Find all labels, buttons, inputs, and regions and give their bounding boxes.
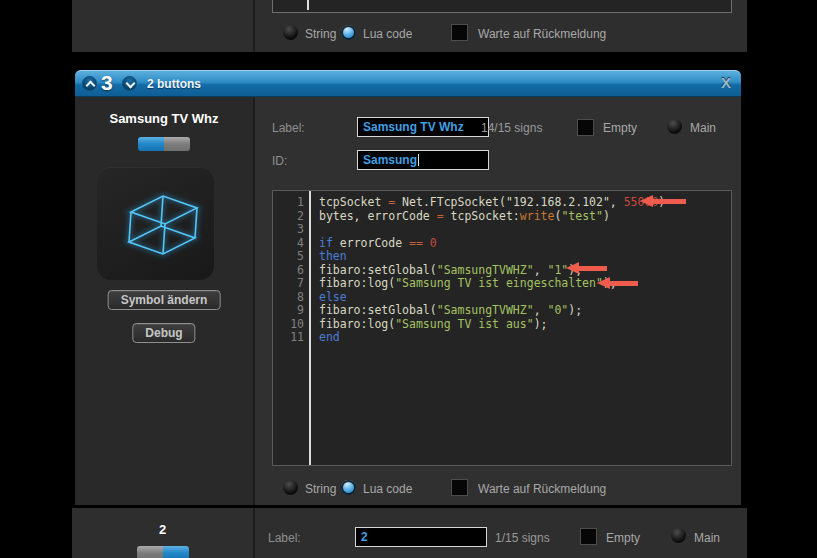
annotation-arrow-line1 xyxy=(640,195,686,208)
panel-title-bar: 3 2 buttons X xyxy=(75,70,741,97)
empty-checkbox[interactable] xyxy=(580,528,597,545)
wireframe-cube-icon xyxy=(97,167,214,280)
move-up-button[interactable] xyxy=(82,76,97,91)
empty-checkbox-label: Empty xyxy=(606,531,640,545)
label-char-counter: 1/15 signs xyxy=(495,531,550,545)
panel-title: 2 buttons xyxy=(147,77,201,91)
wait-feedback-checkbox[interactable] xyxy=(451,479,468,496)
bottom-button-strip: 2 Label: 2 1/15 signs Empty Main xyxy=(72,508,747,558)
label-input-value: 2 xyxy=(361,530,368,544)
label-char-counter: 14/15 signs xyxy=(481,121,542,135)
close-icon[interactable]: X xyxy=(721,74,731,91)
lua-code-radio-label: Lua code xyxy=(363,482,412,496)
id-field-label: ID: xyxy=(272,154,287,168)
panel-sidebar: Samsung TV Whz xyxy=(75,97,255,505)
toggle-segment-inactive[interactable] xyxy=(137,546,163,558)
annotation-arrow-line6 xyxy=(566,262,607,275)
label-input[interactable]: 2 xyxy=(355,527,487,547)
string-radio-label: String xyxy=(305,27,336,41)
string-radio[interactable] xyxy=(283,25,298,40)
lua-code-radio[interactable] xyxy=(341,480,356,495)
lua-code-radio[interactable] xyxy=(341,25,356,40)
text-caret xyxy=(418,154,419,166)
lua-code-radio-label: Lua code xyxy=(363,27,412,41)
id-input[interactable]: Samsung xyxy=(357,150,489,170)
wait-feedback-label: Warte auf Rückmeldung xyxy=(478,482,606,496)
chevron-up-icon xyxy=(86,81,96,91)
panel-content: Label: Samsung TV Whz 14/15 signs Empty … xyxy=(255,97,741,505)
main-radio-label: Main xyxy=(694,531,720,545)
code-editor-fragment[interactable] xyxy=(272,0,732,13)
move-down-button[interactable] xyxy=(122,76,137,91)
toggle-segment-active[interactable] xyxy=(138,137,164,151)
change-symbol-button[interactable]: Symbol ändern xyxy=(108,290,221,310)
label-field-label: Label: xyxy=(268,531,301,545)
main-radio[interactable] xyxy=(671,528,686,543)
string-radio-label: String xyxy=(305,482,336,496)
device-name: Samsung TV Whz xyxy=(75,111,253,126)
editor-code[interactable]: tcpSocket = Net.FTcpSocket("192.168.2.10… xyxy=(311,191,665,465)
label-input-value: Samsung TV Whz xyxy=(363,120,464,134)
string-radio[interactable] xyxy=(283,480,298,495)
strip-divider xyxy=(253,508,255,558)
lua-code-editor[interactable]: 1234567891011 tcpSocket = Net.FTcpSocket… xyxy=(272,190,732,466)
toggle-segment-inactive[interactable] xyxy=(164,137,190,151)
editor-gutter-line xyxy=(307,0,309,10)
button-index: 3 xyxy=(101,71,113,95)
editor-gutter: 1234567891011 xyxy=(273,191,311,465)
device-icon-tile xyxy=(97,167,214,280)
button-position-toggle[interactable] xyxy=(137,546,189,558)
main-radio[interactable] xyxy=(667,119,682,134)
strip-divider xyxy=(253,0,255,52)
label-field-label: Label: xyxy=(272,121,305,135)
toggle-segment-active[interactable] xyxy=(163,546,189,558)
debug-button[interactable]: Debug xyxy=(132,323,195,343)
next-button-label: 2 xyxy=(72,522,253,537)
label-input[interactable]: Samsung TV Whz xyxy=(357,117,489,137)
wait-feedback-checkbox[interactable] xyxy=(451,24,468,41)
annotation-arrow-line7 xyxy=(597,277,638,290)
empty-checkbox[interactable] xyxy=(577,119,594,136)
id-input-value: Samsung xyxy=(363,153,417,167)
panel-body: Samsung TV Whz xyxy=(75,97,741,505)
empty-checkbox-label: Empty xyxy=(603,121,637,135)
chevron-down-icon xyxy=(126,79,136,89)
wait-feedback-label: Warte auf Rückmeldung xyxy=(478,27,606,41)
main-radio-label: Main xyxy=(690,121,716,135)
button-position-toggle[interactable] xyxy=(138,137,190,151)
top-button-strip: String Lua code Warte auf Rückmeldung xyxy=(72,0,747,52)
button-panel: 3 2 buttons X Samsung TV Whz xyxy=(75,70,741,505)
